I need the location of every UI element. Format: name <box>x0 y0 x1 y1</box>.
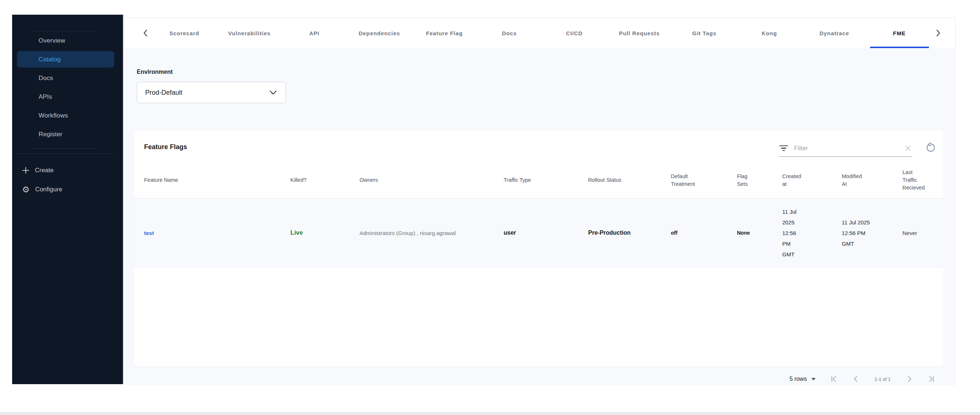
sidebar-item-configure[interactable]: ⚙ Configure <box>12 180 123 199</box>
caret-down-icon <box>811 378 816 380</box>
last-page-icon <box>928 375 935 383</box>
sidebar-spacer <box>12 149 123 154</box>
table-row: test Live Administrators (Group) , nisar… <box>134 199 943 268</box>
filter-clear-button[interactable] <box>904 145 912 152</box>
rows-per-page-select[interactable]: 5 rows <box>789 376 816 382</box>
tabs-scroll-right-button[interactable] <box>932 18 944 48</box>
tab-docs[interactable]: Docs <box>477 18 542 48</box>
page-range-label: 1-1 of 1 <box>875 377 891 382</box>
first-page-icon <box>830 375 838 383</box>
plus-icon <box>22 167 29 174</box>
owners-value: Administrators (Group) , nisarg.agrawal <box>360 230 504 236</box>
column-header-created-at: Created at <box>782 173 805 188</box>
traffic-type-value: user <box>504 230 588 236</box>
column-header-default-treatment: Default Treatment <box>671 173 702 188</box>
main-area: Scorecard Vulnerabilities API Dependenci… <box>124 17 956 385</box>
column-header-flag-sets: Flag Sets <box>737 173 754 188</box>
column-header-owners: Owners <box>360 176 504 184</box>
column-header-killed: Killed? <box>290 176 360 184</box>
sidebar-item-register[interactable]: Register <box>12 125 123 144</box>
column-header-traffic-type: Traffic Type <box>504 176 588 184</box>
tab-dynatrace[interactable]: Dynatrace <box>802 18 867 48</box>
column-header-rollout-status: Rollout Status <box>588 176 671 184</box>
tab-fme[interactable]: FME <box>867 18 932 48</box>
column-header-modified-at: Modified At <box>842 173 867 188</box>
tab-kong[interactable]: Kong <box>737 18 802 48</box>
filter-reset-button[interactable] <box>923 140 938 155</box>
last-page-button[interactable] <box>928 375 935 383</box>
gear-icon: ⚙ <box>22 186 30 193</box>
sidebar-item-workflows[interactable]: Workflows <box>12 106 123 125</box>
page: { "sidebar": { "items": [ { "label": "Ov… <box>0 0 980 415</box>
tab-vulnerabilities[interactable]: Vulnerabilities <box>217 18 282 48</box>
previous-page-button[interactable] <box>852 375 860 383</box>
table-pagination: 5 rows 1-1 of 1 <box>789 371 935 387</box>
killed-status: Live <box>290 229 360 236</box>
first-page-button[interactable] <box>830 375 838 383</box>
horizontal-scrollbar-track[interactable] <box>0 412 980 415</box>
column-header-last-traffic-recieved: Last Traffic Recieved <box>902 169 927 192</box>
environment-select[interactable]: Prod-Default <box>137 82 286 103</box>
flag-sets-value: None <box>737 230 782 236</box>
filter-icon <box>779 146 788 151</box>
chevron-right-icon <box>905 375 913 383</box>
sidebar-item-apis[interactable]: APIs <box>12 87 123 106</box>
last-traffic-received-value: Never <box>902 230 934 236</box>
tabs-scroll-left-button[interactable] <box>139 18 152 48</box>
sidebar-item-catalog[interactable]: Catalog <box>17 51 115 68</box>
chevron-right-icon <box>935 29 941 37</box>
table-header-row: Feature Name Killed? Owners Traffic Type… <box>134 162 943 199</box>
column-header-feature-name: Feature Name <box>144 176 290 184</box>
sidebar-spacer <box>12 15 123 31</box>
tab-api[interactable]: API <box>282 18 347 48</box>
created-at-value: 11 Jul 2025 12:56 PM GMT <box>782 206 808 260</box>
environment-selected-value: Prod-Default <box>145 89 182 97</box>
entity-tab-bar: Scorecard Vulnerabilities API Dependenci… <box>124 18 956 48</box>
tab-cicd[interactable]: CI/CD <box>542 18 607 48</box>
tab-feature-flag[interactable]: Feature Flag <box>412 18 477 48</box>
default-treatment-value: off <box>671 230 737 236</box>
filter-input[interactable] <box>794 145 898 152</box>
configure-label: Configure <box>35 186 62 193</box>
reset-icon <box>925 142 936 153</box>
close-icon <box>904 145 912 152</box>
sidebar-spacer <box>12 144 123 148</box>
feature-flags-title: Feature Flags <box>144 142 187 152</box>
tab-scorecard[interactable]: Scorecard <box>152 18 217 48</box>
sidebar-item-overview[interactable]: Overview <box>12 31 123 50</box>
tab-pull-requests[interactable]: Pull Requests <box>607 18 672 48</box>
tab-git-tags[interactable]: Git Tags <box>672 18 737 48</box>
rows-per-page-label: 5 rows <box>789 376 807 382</box>
sidebar-item-create[interactable]: Create <box>12 161 123 180</box>
sidebar: Overview Catalog Docs APIs Workflows Reg… <box>12 15 123 384</box>
chevron-left-icon <box>143 29 148 37</box>
fme-tab-content: Environment Prod-Default Feature Flags <box>124 48 956 385</box>
filter-control <box>779 140 912 157</box>
environment-label: Environment <box>137 69 173 75</box>
tab-dependencies[interactable]: Dependencies <box>347 18 412 48</box>
create-label: Create <box>35 167 54 174</box>
chevron-left-icon <box>852 375 860 383</box>
feature-name-link[interactable]: test <box>144 230 154 236</box>
sidebar-spacer <box>12 154 123 161</box>
sidebar-item-docs[interactable]: Docs <box>12 69 123 87</box>
rollout-status-value: Pre-Production <box>588 230 671 236</box>
next-page-button[interactable] <box>905 375 913 383</box>
chevron-down-icon <box>269 90 277 95</box>
feature-flags-card: Feature Flags Feature Name Killed? <box>134 131 943 366</box>
modified-at-value: 11 Jul 2025 12:56 PM GMT <box>842 217 878 249</box>
